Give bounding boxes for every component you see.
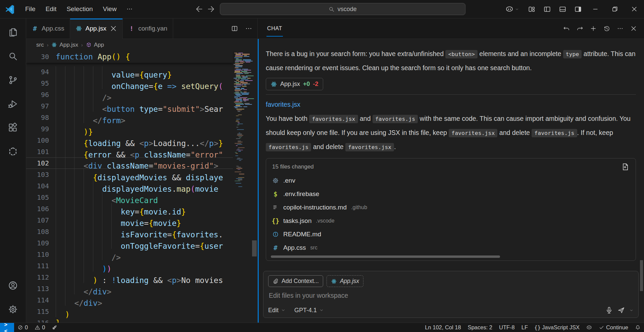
file-type-icon: $ [272,191,279,197]
menu-overflow-button[interactable] [121,0,138,18]
indent-guide [56,169,65,180]
file-link-heading[interactable]: favorites.jsx [266,101,300,108]
send-options-icon[interactable] [629,308,634,313]
undo-icon[interactable] [560,22,573,35]
notifications-bell[interactable] [632,323,644,332]
breadcrumb-item-app[interactable]: App [86,42,104,48]
tab-close-icon[interactable] [110,25,117,32]
chat-scrollbar-thumb[interactable] [640,260,643,291]
indentation[interactable]: Spaces: 2 [464,323,496,332]
indent-guide [102,237,111,249]
file-row-copilot-instructions.md[interactable]: copilot-instructions.md.github [266,201,636,214]
indent-guide [84,66,93,78]
file-path: src [310,245,317,251]
file-row-.env.firebase[interactable]: $.env.firebase [266,187,636,201]
menu-file[interactable]: File [20,0,41,18]
code-text: {displayedMovies && displaye [56,169,223,180]
model-dropdown[interactable]: GPT-4.1 [294,307,324,314]
split-editor-icon[interactable] [229,22,241,35]
paperclip-icon [273,278,279,284]
activity-explorer[interactable] [0,20,26,44]
chat-input[interactable]: Edit files in your workspace [269,292,633,299]
file-row-README.md[interactable]: README.md [266,228,636,241]
layout-sidebar-icon [543,5,551,13]
language-mode[interactable]: {}JavaScript JSX [531,323,583,332]
eol[interactable]: LF [518,323,531,332]
editor-scrollbar[interactable] [251,51,257,323]
more-actions-icon[interactable] [614,22,627,35]
file-row-tasks.json[interactable]: {}tasks.json.vscode [266,214,636,228]
activity-manage[interactable] [0,297,26,321]
minimap[interactable] [233,51,251,323]
panel-resize-sash[interactable] [258,39,259,323]
context-chips: Add Context...App.jsx [268,275,634,287]
more-editor-icon[interactable] [243,22,255,35]
card-horizontal-scrollbar[interactable] [271,255,500,258]
tab-app.css[interactable]: #App.css [26,18,70,39]
cursor-position[interactable]: Ln 102, Col 18 [422,323,464,332]
menu-selection[interactable]: Selection [61,0,98,18]
show-chats-icon[interactable] [600,22,613,35]
encoding[interactable]: UTF-8 [496,323,518,332]
go-forward-icon[interactable] [206,5,215,13]
command-center-search[interactable]: vscode [220,3,465,15]
remote-indicator[interactable]: >< [0,323,14,332]
file-row-.env[interactable]: .env [266,174,636,187]
indent-guide [111,203,121,215]
message-text: and delete [497,129,532,136]
changed-file-chip[interactable]: App.jsx+0-2 [266,78,323,90]
window-restore-button[interactable] [605,0,625,18]
indent-guide [65,146,75,157]
layout-panel-button[interactable] [555,0,570,18]
new-chat-icon[interactable] [587,22,600,35]
errors-count[interactable]: 0 [14,323,31,332]
indent-guide [65,135,75,146]
close-icon[interactable] [627,22,640,35]
layout-sidebar-button[interactable] [539,0,555,18]
breadcrumb-item-src[interactable]: src [36,42,44,48]
redo-icon[interactable] [574,22,586,35]
activity-extensions[interactable] [0,116,26,140]
file-row-App.css[interactable]: #App.csssrc [266,241,636,254]
layout-customize-button[interactable] [524,0,539,18]
mode-dropdown[interactable]: Edit [268,307,286,314]
menu-edit[interactable]: Edit [41,0,62,18]
message-text: and [358,115,373,122]
view-all-edits-button[interactable] [621,162,630,171]
continue-extension[interactable]: Continue [595,323,632,332]
code-editor[interactable]: 94value={query}95onChange={e => setQuery… [26,51,257,323]
tab-config.yan[interactable]: !config.yan [123,18,173,39]
copilot-menu-button[interactable] [501,0,524,18]
code-line-104: 104displayedMovies.map(movie [26,180,233,192]
line-number: 102 [26,158,56,169]
indent-guide [93,180,102,192]
activity-search[interactable] [0,44,26,68]
context-chip-app.jsx[interactable]: App.jsx [327,275,363,287]
chip-label: App.jsx [340,278,359,285]
activity-run-and-debug[interactable] [0,92,26,116]
tab-app.jsx[interactable]: App.jsx [70,18,123,39]
activity-extension[interactable] [0,140,26,163]
line-number: 30 [26,51,56,63]
warnings-count[interactable]: 0 [31,323,48,332]
indent-guide [93,215,102,226]
copilot-status[interactable] [583,323,595,332]
editor-scrollbar-thumb[interactable] [252,240,257,256]
window-close-button[interactable] [625,0,644,18]
menu-view[interactable]: View [98,0,122,18]
window-minimize-button[interactable] [586,0,605,18]
braces-icon: {} [535,325,540,330]
activity-source-control[interactable] [0,68,26,92]
breadcrumb-item-app.jsx[interactable]: App.jsx [51,42,78,48]
chat-messages: There is a bug in your search form: you … [258,39,644,268]
mic-icon[interactable] [605,306,613,314]
activity-accounts[interactable] [0,274,26,297]
context-chip-addcontext...[interactable]: Add Context... [268,275,323,287]
code-text: {loading && <p>Loading...</p>} [56,135,223,146]
code-text: </form> [56,112,126,123]
layout-sidebar-right-button[interactable] [570,0,586,18]
send-icon[interactable] [617,306,625,314]
tab-chat[interactable]: CHAT [266,18,283,39]
launch-status[interactable] [48,323,61,332]
go-back-icon[interactable] [195,5,204,13]
